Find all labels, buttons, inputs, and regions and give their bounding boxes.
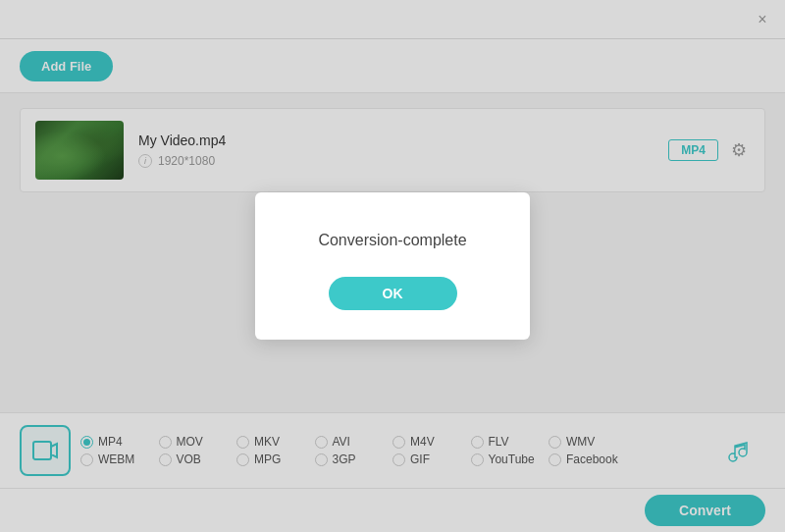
modal-title: Conversion-complete bbox=[304, 232, 481, 249]
modal-overlay: Conversion-complete OK bbox=[0, 0, 785, 532]
modal-ok-button[interactable]: OK bbox=[329, 277, 457, 310]
modal-dialog: Conversion-complete OK bbox=[255, 192, 530, 340]
